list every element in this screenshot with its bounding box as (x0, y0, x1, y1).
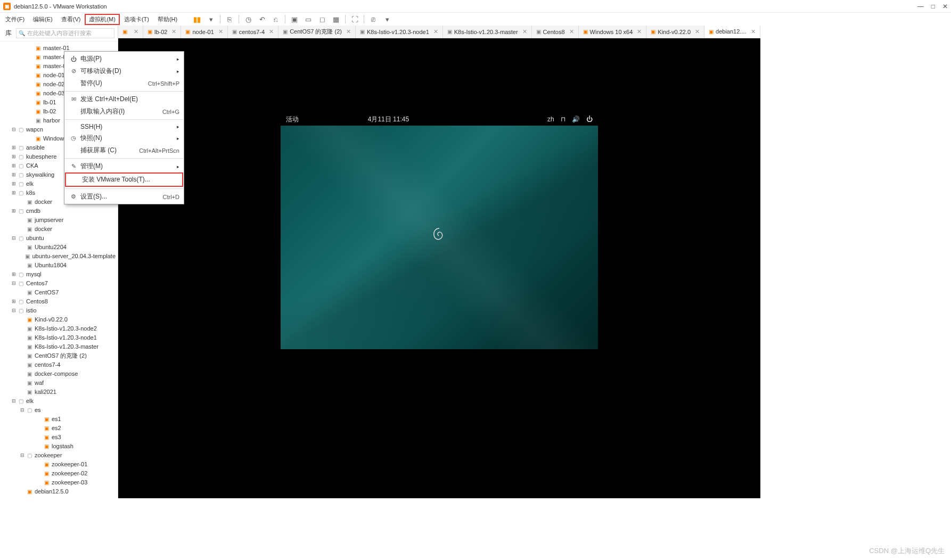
power-icon[interactable]: ⏻ (586, 116, 593, 123)
tree-toggle-icon[interactable]: ⊞ (11, 171, 17, 179)
tree-toggle-icon[interactable]: ⊞ (11, 270, 17, 278)
menu-help[interactable]: 帮助(H) (153, 14, 182, 25)
tree-item[interactable]: ⊟▢zookeeper (0, 451, 118, 460)
tree-item[interactable]: ⊟▢es (0, 406, 118, 415)
menu-view[interactable]: 查看(V) (57, 14, 85, 25)
tree-item[interactable]: ▣centos7-4 (0, 360, 118, 369)
tree-toggle-icon[interactable]: ⊞ (11, 298, 17, 306)
view-stretch-icon[interactable]: ▭ (304, 14, 313, 24)
search-input[interactable]: 在此处键入内容进行搜索 (16, 28, 114, 38)
guest-desktop[interactable] (281, 126, 598, 349)
tab[interactable]: ▣K8s-Istio-v1.20.3-node1✕ (356, 26, 443, 38)
tree-toggle-icon[interactable]: ⊟ (11, 126, 17, 134)
tab-close-icon[interactable]: ✕ (695, 28, 700, 35)
send-cad-icon[interactable]: ⎘ (225, 14, 234, 24)
tab[interactable]: ▣K8s-Istio-v1.20.3-master✕ (443, 26, 532, 38)
tree-item[interactable]: ▣jumpserver (0, 216, 118, 225)
minimize-button[interactable]: — (917, 3, 924, 10)
input-lang[interactable]: zh (547, 116, 554, 123)
tab-close-icon[interactable]: ✕ (637, 28, 642, 35)
tree-toggle-icon[interactable]: ⊟ (11, 234, 17, 242)
tree-item[interactable]: ▣Ubuntu2204 (0, 243, 118, 252)
tab[interactable]: ▣debian12....✕ (704, 26, 760, 38)
tree-item[interactable]: ▣K8s-Istio-v1.20.3-node2 (0, 324, 118, 333)
tab[interactable]: ▣Centos8✕ (532, 26, 579, 38)
tree-item[interactable]: ▣logstash (0, 442, 118, 451)
menu-tabs[interactable]: 选项卡(T) (120, 14, 153, 25)
maximize-button[interactable]: □ (931, 3, 935, 10)
tree-item[interactable]: ⊞▢mysql (0, 270, 118, 279)
tab-close-icon[interactable]: ✕ (218, 28, 223, 35)
view-thumbnail-icon[interactable]: ▣ (290, 14, 299, 24)
tree-item[interactable]: ▣K8s-Istio-v1.20.3-node1 (0, 333, 118, 342)
snapshot-take-icon[interactable]: ◷ (243, 14, 253, 24)
clock[interactable]: 4月11日 11:45 (368, 115, 409, 124)
menu-vm[interactable]: 虚拟机(M) (85, 14, 120, 25)
tab-close-icon[interactable]: ✕ (751, 28, 756, 35)
tree-item[interactable]: ▣docker (0, 225, 118, 234)
tree-item[interactable]: ▣zookeeper-02 (0, 469, 118, 478)
tab[interactable]: ▣✕ (118, 26, 143, 38)
tree-item[interactable]: ▣es2 (0, 424, 118, 433)
tab[interactable]: ▣lb-02✕ (143, 26, 181, 38)
view-multi-icon[interactable]: ▦ (331, 14, 341, 24)
dropdown-icon[interactable]: ▾ (206, 14, 216, 24)
menu-item[interactable]: ⏻电源(P)▸ (64, 53, 184, 65)
close-button[interactable]: ✕ (942, 3, 948, 10)
tree-item[interactable]: ▣es3 (0, 433, 118, 442)
tree-item[interactable]: ⊞▢Centos8 (0, 297, 118, 306)
tree-toggle-icon[interactable]: ⊞ (11, 144, 17, 152)
tree-toggle-icon[interactable]: ⊟ (11, 279, 17, 287)
tree-item[interactable]: ⊞▢cmdb (0, 207, 118, 216)
menu-item[interactable]: ⚙设置(S)...Ctrl+D (64, 191, 184, 203)
tree-toggle-icon[interactable]: ⊞ (11, 162, 17, 170)
menu-item[interactable]: ◷快照(N)▸ (64, 132, 184, 144)
dropdown-icon[interactable]: ▾ (382, 14, 392, 24)
tree-item[interactable]: ▣waf (0, 378, 118, 388)
activities-button[interactable]: 活动 (286, 115, 299, 124)
tree-item[interactable]: ▣CentOS7 的克隆 (2) (0, 351, 118, 360)
tree-toggle-icon[interactable]: ⊞ (11, 207, 17, 215)
menu-item[interactable]: ✉发送 Ctrl+Alt+Del(E) (64, 93, 184, 105)
fullscreen-icon[interactable]: ⛶ (350, 14, 359, 24)
tab[interactable]: ▣Windows 10 x64✕ (579, 26, 647, 38)
tab-close-icon[interactable]: ✕ (134, 28, 138, 35)
console-icon[interactable]: ⎚ (368, 14, 378, 24)
tree-item[interactable]: ▣kali2021 (0, 388, 118, 397)
tab[interactable]: ▣centos7-4✕ (228, 26, 278, 38)
menu-item[interactable]: 安装 VMware Tools(T)... (66, 174, 182, 186)
tree-item[interactable]: ▣Kind-v0.22.0 (0, 315, 118, 324)
snapshot-revert-icon[interactable]: ↶ (257, 14, 267, 24)
tree-item[interactable]: ⊟▢ubuntu (0, 234, 118, 243)
menu-item[interactable]: 抓取输入内容(I)Ctrl+G (64, 105, 184, 118)
tree-item[interactable]: ▣zookeeper-01 (0, 460, 118, 469)
tree-toggle-icon[interactable]: ⊟ (19, 406, 26, 414)
tree-item[interactable]: ▣K8s-Istio-v1.20.3-master (0, 342, 118, 351)
tab-close-icon[interactable]: ✕ (522, 28, 527, 35)
network-icon[interactable]: ⊓ (561, 116, 565, 123)
tree-item[interactable]: ▣debian12.5.0 (0, 487, 118, 496)
tab-close-icon[interactable]: ✕ (569, 28, 574, 35)
menu-item[interactable]: 捕获屏幕 (C)Ctrl+Alt+PrtScn (64, 144, 184, 157)
menu-edit[interactable]: 编辑(E) (29, 14, 57, 25)
tab-close-icon[interactable]: ✕ (269, 28, 274, 35)
tree-item[interactable]: ⊟▢istio (0, 306, 118, 315)
menu-item[interactable]: ✎管理(M)▸ (64, 160, 184, 172)
tree-item[interactable]: ▣es1 (0, 415, 118, 424)
tree-toggle-icon[interactable]: ⊞ (11, 180, 17, 188)
snapshot-manage-icon[interactable]: ⎌ (271, 14, 281, 24)
tab[interactable]: ▣CentOS7 的克隆 (2)✕ (278, 26, 356, 38)
tab-close-icon[interactable]: ✕ (171, 28, 176, 35)
tab-close-icon[interactable]: ✕ (346, 28, 351, 35)
tree-item[interactable]: ▣zookeeper-03 (0, 478, 118, 487)
tree-toggle-icon[interactable]: ⊟ (11, 307, 17, 315)
volume-icon[interactable]: 🔊 (572, 116, 580, 123)
view-unity-icon[interactable]: ◻ (317, 14, 327, 24)
tree-item[interactable]: ⊟▢Centos7 (0, 279, 118, 288)
pause-icon[interactable]: ▮▮ (192, 14, 202, 24)
tab[interactable]: ▣node-01✕ (181, 26, 227, 38)
tree-item[interactable]: ▣ubuntu-server_20.04.3-template (0, 252, 118, 261)
menu-item[interactable]: ⊘可移动设备(D)▸ (64, 65, 184, 77)
vm-viewport[interactable]: 活动 4月11日 11:45 zh ⊓ 🔊 ⏻ (118, 38, 760, 498)
menu-file[interactable]: 文件(F) (1, 14, 29, 25)
